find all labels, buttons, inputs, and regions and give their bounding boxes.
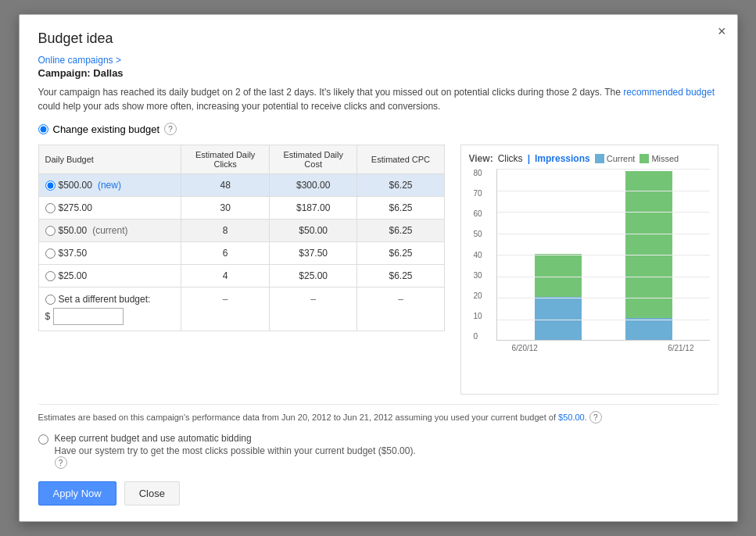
auto-bidding-help-icon[interactable]: ? (55, 456, 67, 469)
chart-area: 80706050403020100 (469, 169, 710, 372)
estimates-note: Estimates are based on this campaign's p… (38, 404, 718, 423)
budget-value: $37.50 (59, 248, 88, 259)
budget-value: $275.00 (59, 202, 92, 213)
auto-bidding-radio[interactable] (38, 434, 48, 445)
col-est-clicks: Estimated DailyClicks (181, 145, 270, 174)
budget-tag: (new) (98, 180, 121, 191)
cpc-cell: $6.25 (357, 174, 444, 197)
y-axis-labels: 80706050403020100 (474, 169, 482, 341)
estimates-help-icon[interactable]: ? (589, 411, 602, 423)
chart-container: View: Clicks | Impressions Current Misse… (460, 145, 718, 395)
custom-radio-cell: Set a different budget: (45, 294, 175, 305)
bar-group-2 (625, 171, 672, 340)
dash2: – (269, 288, 357, 331)
budget-row-radio[interactable] (45, 226, 56, 236)
legend-current-box (595, 154, 604, 163)
close-dialog-button[interactable]: Close (124, 481, 180, 506)
table-row: $275.0030$187.00$6.25 (38, 197, 444, 220)
budget-dialog: × Budget idea Online campaigns > Campaig… (19, 14, 738, 522)
close-button[interactable]: × (718, 24, 726, 38)
cpc-cell: $6.25 (357, 220, 444, 242)
budget-cell: $25.00 (38, 265, 181, 288)
estimates-text-end: . (585, 413, 587, 422)
clicks-cell: 48 (181, 174, 270, 197)
campaign-name: Dallas (93, 67, 123, 79)
budget-row-radio[interactable] (45, 248, 56, 259)
legend-current: Current (595, 154, 636, 163)
cost-cell: $300.00 (269, 174, 357, 197)
dollar-sign: $ (45, 311, 51, 322)
custom-budget-label: Set a different budget: (59, 294, 151, 305)
budget-row-radio[interactable] (45, 271, 56, 281)
chart-header: View: Clicks | Impressions Current Misse… (469, 153, 710, 164)
custom-budget-input[interactable] (53, 308, 124, 325)
change-budget-radio[interactable] (38, 124, 48, 134)
legend-missed: Missed (640, 154, 679, 163)
budget-value: $25.00 (59, 270, 88, 281)
custom-budget-row: Set a different budget: $ ––– (38, 288, 444, 331)
content-row: Daily Budget Estimated DailyClicks Estim… (38, 145, 718, 395)
cpc-cell: $6.25 (357, 197, 444, 220)
bar-current-2 (625, 318, 672, 340)
clicks-cell: 8 (181, 220, 270, 242)
breadcrumb-link[interactable]: Online campaigns (38, 55, 113, 66)
table-row: $25.004$25.00$6.25 (38, 265, 444, 288)
clicks-cell: 30 (181, 197, 270, 220)
chart-clicks-tab[interactable]: Clicks (498, 153, 523, 164)
recommended-budget-link[interactable]: recommended budget (623, 87, 715, 98)
legend-missed-box (640, 154, 649, 163)
desc-text-before: Your campaign has reached its daily budg… (38, 87, 624, 98)
cost-cell: $187.00 (269, 197, 357, 220)
col-est-cost: Estimated DailyCost (269, 145, 357, 174)
campaign-prefix: Campaign: (38, 67, 91, 79)
x-axis-labels: 6/20/12 6/21/12 (496, 341, 710, 352)
campaign-label: Campaign: Dallas (38, 67, 718, 79)
dash3: – (357, 288, 444, 331)
legend-missed-label: Missed (651, 154, 679, 163)
bar-stack-1 (535, 254, 582, 340)
chart-view-label: View: (469, 153, 493, 164)
estimates-budget-link[interactable]: $50.00 (558, 413, 585, 422)
change-budget-help-icon[interactable]: ? (164, 123, 177, 135)
auto-bidding-section: Keep current budget and use automatic bi… (38, 433, 718, 469)
dialog-overlay: × Budget idea Online campaigns > Campaig… (0, 0, 756, 536)
custom-budget-cell: Set a different budget: $ (38, 288, 181, 331)
budget-cell: $275.00 (38, 197, 181, 220)
budget-value: $50.00 (59, 225, 88, 236)
auto-bidding-label: Keep current budget and use automatic bi… (55, 433, 252, 444)
table-row: $50.00(current)8$50.00$6.25 (38, 220, 444, 242)
dash1: – (181, 288, 270, 331)
col-est-cpc: Estimated CPC (357, 145, 444, 174)
budget-row-radio[interactable] (45, 180, 56, 191)
budget-tag: (current) (92, 225, 127, 236)
chart-section: View: Clicks | Impressions Current Misse… (460, 145, 718, 395)
footer-buttons: Apply Now Close (38, 481, 718, 506)
table-section: Daily Budget Estimated DailyClicks Estim… (38, 145, 445, 395)
table-row: $37.506$37.50$6.25 (38, 242, 444, 265)
desc-text-after: could help your ads show more often, inc… (38, 101, 441, 112)
cpc-cell: $6.25 (357, 242, 444, 265)
bar-missed-2 (625, 171, 672, 318)
budget-row-radio[interactable] (45, 203, 56, 213)
bar-missed-1 (535, 254, 582, 297)
chart-inner: 80706050403020100 (496, 169, 710, 341)
chart-impressions-tab[interactable]: Impressions (535, 153, 590, 164)
cost-cell: $37.50 (269, 242, 357, 265)
custom-budget-radio[interactable] (45, 295, 56, 305)
col-daily-budget: Daily Budget (38, 145, 181, 174)
chart-separator: | (528, 153, 530, 164)
auto-bidding-text: Keep current budget and use automatic bi… (55, 433, 416, 469)
legend-current-label: Current (607, 154, 636, 163)
x-label-1: 6/20/12 (512, 344, 538, 352)
breadcrumb-arrow: > (116, 55, 121, 66)
budget-table: Daily Budget Estimated DailyClicks Estim… (38, 145, 445, 331)
bar-stack-2 (625, 171, 672, 340)
apply-button[interactable]: Apply Now (38, 481, 116, 506)
bar-group-1 (535, 254, 582, 340)
clicks-cell: 6 (181, 242, 270, 265)
auto-bidding-sub: Have our system try to get the most clic… (55, 445, 416, 456)
table-row: $500.00(new)48$300.00$6.25 (38, 174, 444, 197)
cost-cell: $50.00 (269, 220, 357, 242)
description-text: Your campaign has reached its daily budg… (38, 85, 718, 113)
estimates-text: Estimates are based on this campaign's p… (38, 413, 559, 422)
